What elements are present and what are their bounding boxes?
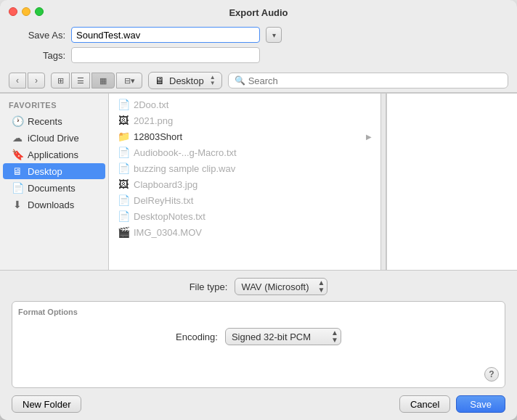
file-icon: 📄 [118, 162, 129, 174]
location-label: Desktop [169, 75, 204, 86]
list-item[interactable]: 📄 buzzing sample clip.wav [109, 160, 380, 176]
nav-buttons: ‹ › [9, 73, 45, 88]
export-audio-dialog: Export Audio Save As: ▾ Tags: ‹ › ⊞ ☰ ▦ … [0, 0, 517, 420]
folder-name: 12803Short [134, 131, 362, 142]
list-view-button[interactable]: ☰ [71, 73, 90, 88]
file-type-select-wrapper: WAV (Microsoft) ▲▼ [235, 278, 327, 295]
file-icon: 🖼 [118, 115, 129, 126]
file-type-row: File type: WAV (Microsoft) ▲▼ [12, 278, 505, 295]
desktop-icon: 🖥 [12, 165, 23, 177]
list-item-folder[interactable]: 📁 12803Short ▶ [109, 128, 380, 144]
file-name: Clapboard3.jpg [134, 179, 372, 190]
icloud-icon: ☁ [12, 132, 23, 144]
location-arrows-icon: ▲ ▼ [210, 75, 216, 86]
file-name: 2021.png [134, 115, 372, 126]
toolbar: ‹ › ⊞ ☰ ▦ ⊟▾ 🖥 Desktop ▲ ▼ 🔍 [0, 69, 517, 93]
file-name: 2Doo.txt [134, 99, 372, 110]
sidebar-item-label: Desktop [28, 166, 62, 177]
sidebar-item-label: Downloads [28, 199, 74, 210]
maximize-button[interactable] [35, 7, 44, 16]
location-folder-icon: 🖥 [155, 75, 165, 86]
resize-divider [380, 94, 386, 270]
cancel-button[interactable]: Cancel [399, 395, 450, 413]
search-box[interactable]: 🔍 [228, 73, 508, 88]
view-buttons: ⊞ ☰ ▦ ⊟▾ [51, 73, 142, 88]
gallery-view-button[interactable]: ⊟▾ [116, 73, 142, 88]
save-button[interactable]: Save [456, 395, 505, 413]
file-icon: 📄 [118, 210, 129, 222]
sidebar-item-documents[interactable]: 📄 Documents [3, 180, 105, 196]
format-options-label: Format Options [18, 308, 499, 316]
save-as-label: Save As: [15, 30, 65, 41]
preview-column [386, 94, 517, 270]
encoding-label: Encoding: [176, 332, 218, 342]
location-dropdown[interactable]: 🖥 Desktop ▲ ▼ [148, 72, 222, 89]
icon-view-button[interactable]: ⊞ [51, 73, 70, 88]
file-list: 📄 2Doo.txt 🖼 2021.png 📁 12803Short ▶ 📄 A… [109, 94, 380, 270]
encoding-select[interactable]: Signed 32-bit PCM [225, 328, 341, 345]
sidebar-item-label: Documents [28, 183, 76, 194]
file-icon: 📄 [118, 194, 129, 206]
list-item[interactable]: 📄 2Doo.txt [109, 96, 380, 112]
sidebar-item-desktop[interactable]: 🖥 Desktop [3, 163, 105, 179]
file-icon: 🖼 [118, 178, 129, 190]
file-name: Audiobook-...g-Macro.txt [134, 147, 372, 158]
sidebar-item-recents[interactable]: 🕐 Recents [3, 113, 105, 129]
sidebar: Favorites 🕐 Recents ☁ iCloud Drive 🔖 App… [0, 94, 109, 270]
new-folder-button[interactable]: New Folder [12, 395, 81, 413]
folder-icon: 📁 [118, 131, 129, 142]
applications-icon: 🔖 [12, 149, 23, 160]
help-button[interactable]: ? [484, 367, 499, 382]
list-item[interactable]: 📄 DelReyHits.txt [109, 192, 380, 208]
expand-button[interactable]: ▾ [266, 27, 282, 43]
sidebar-item-applications[interactable]: 🔖 Applications [3, 147, 105, 162]
encoding-select-wrapper: Signed 32-bit PCM ▲▼ [225, 328, 341, 345]
column-view-button[interactable]: ▦ [91, 73, 115, 88]
tags-input[interactable] [71, 47, 260, 63]
content-area: Favorites 🕐 Recents ☁ iCloud Drive 🔖 App… [0, 93, 517, 270]
search-input[interactable] [248, 75, 502, 86]
sidebar-item-label: iCloud Drive [28, 133, 79, 144]
forward-button[interactable]: › [28, 73, 45, 88]
close-button[interactable] [9, 7, 17, 16]
sidebar-section-label: Favorites [0, 99, 108, 112]
recents-icon: 🕐 [12, 115, 23, 127]
file-type-select[interactable]: WAV (Microsoft) [235, 278, 327, 295]
file-name: DelReyHits.txt [134, 195, 372, 206]
file-icon: 📄 [118, 99, 129, 110]
sidebar-item-icloud[interactable]: ☁ iCloud Drive [3, 130, 105, 146]
title-bar: Export Audio [0, 0, 517, 22]
list-item[interactable]: 📄 Audiobook-...g-Macro.txt [109, 144, 380, 160]
sidebar-item-downloads[interactable]: ⬇ Downloads [3, 197, 105, 213]
search-icon: 🔍 [235, 75, 245, 86]
tags-label: Tags: [15, 50, 65, 61]
file-name: buzzing sample clip.wav [134, 163, 372, 174]
file-type-label: File type: [190, 281, 228, 292]
save-as-input[interactable] [71, 27, 260, 43]
format-options-section: Format Options Encoding: Signed 32-bit P… [12, 301, 505, 388]
file-icon: 📄 [118, 147, 129, 158]
list-item[interactable]: 🖼 2021.png [109, 112, 380, 128]
documents-icon: 📄 [12, 182, 23, 194]
sidebar-item-label: Recents [28, 116, 62, 127]
list-item[interactable]: 🎬 IMG_0304.MOV [109, 224, 380, 240]
file-name: DesktopNotes.txt [134, 211, 372, 222]
back-button[interactable]: ‹ [9, 73, 26, 88]
list-item[interactable]: 📄 DesktopNotes.txt [109, 208, 380, 224]
list-item[interactable]: 🖼 Clapboard3.jpg [109, 176, 380, 192]
tags-row: Tags: [15, 47, 502, 63]
encoding-row: Encoding: Signed 32-bit PCM ▲▼ [18, 328, 499, 345]
folder-arrow-icon: ▶ [366, 133, 372, 141]
file-name: IMG_0304.MOV [134, 227, 372, 238]
form-area: Save As: ▾ Tags: [0, 22, 517, 69]
bottom-buttons: New Folder Cancel Save [12, 395, 505, 413]
action-buttons: Cancel Save [399, 395, 505, 413]
sidebar-item-label: Applications [28, 149, 78, 160]
minimize-button[interactable] [22, 7, 30, 16]
downloads-icon: ⬇ [12, 199, 23, 210]
bottom-area: File type: WAV (Microsoft) ▲▼ Format Opt… [0, 270, 517, 420]
file-icon: 🎬 [118, 226, 129, 238]
save-as-row: Save As: ▾ [15, 27, 502, 43]
traffic-lights [9, 7, 44, 16]
dialog-title: Export Audio [229, 7, 288, 18]
